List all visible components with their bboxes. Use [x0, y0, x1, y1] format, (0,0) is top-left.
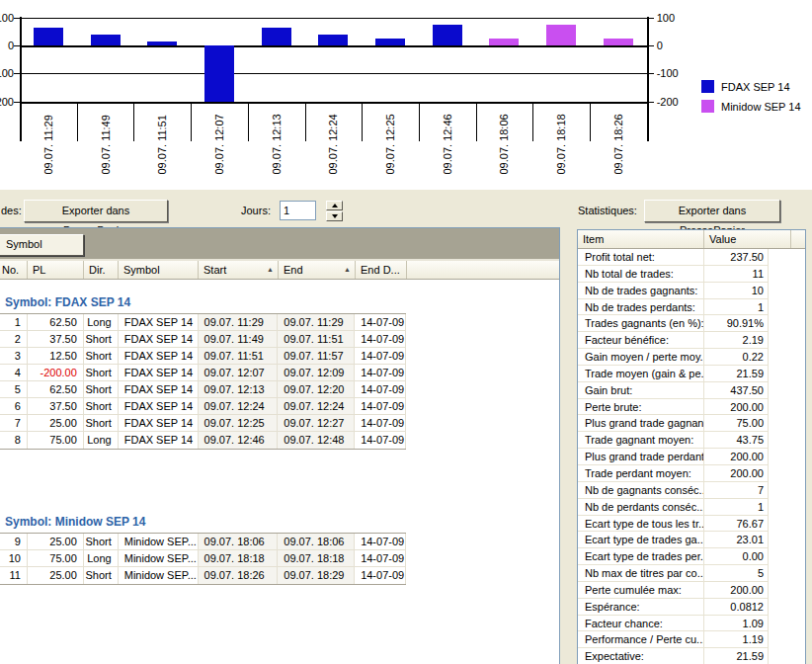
stats-item-value: 200.00 — [704, 449, 769, 465]
table-cell: FDAX SEP 14 — [119, 381, 199, 397]
table-cell: 09.07. 11:29 — [278, 314, 355, 330]
column-header-endd[interactable]: End D... — [356, 261, 407, 279]
stats-column-item[interactable]: Item — [578, 230, 704, 248]
table-cell: FDAX SEP 14 — [119, 331, 199, 347]
stats-item-label: Espérance: — [578, 599, 704, 616]
stats-header-row: Item Value — [578, 230, 805, 249]
column-header-row: No.PLDir.SymbolStart▲End▲End D... — [0, 261, 559, 280]
stats-row-filler — [769, 366, 805, 382]
x-tick-label: 09.07. 12:07 — [213, 106, 226, 175]
chart-bar — [204, 45, 234, 102]
column-header-pl[interactable]: PL — [28, 261, 84, 279]
table-cell: 09.07. 18:18 — [199, 550, 279, 566]
table-row[interactable]: 1125.00ShortMinidow SEP...09.07. 18:2609… — [0, 567, 406, 584]
category-divider — [77, 103, 78, 141]
stats-item-label: Nb de perdants conséc... — [578, 499, 704, 516]
jours-spin-down-button[interactable] — [326, 211, 343, 221]
table-row[interactable]: 562.50ShortFDAX SEP 1409.07. 12:1309.07.… — [0, 381, 406, 398]
category-divider — [419, 103, 420, 141]
stats-item-label: Facteur bénéfice: — [578, 332, 704, 349]
group-by-symbol-button[interactable]: Symbol — [0, 234, 84, 256]
export-stats-button[interactable]: Exporter dans PressePapier — [644, 200, 780, 222]
table-cell: 14-07-09 — [355, 314, 406, 330]
chart-plot: 10010000-100-100-200-20009.07. 11:2909.0… — [0, 0, 812, 190]
column-header-dir[interactable]: Dir. — [84, 261, 119, 279]
stats-rows-area: Profit total net:237.50Nb total de trade… — [578, 249, 805, 664]
gridline — [20, 18, 647, 19]
stats-column-value[interactable]: Value — [704, 230, 791, 248]
table-cell: 14-07-09 — [355, 432, 406, 449]
trades-grid-panel: Symbol No.PLDir.SymbolStart▲End▲End D...… — [0, 227, 560, 664]
table-cell: Short — [84, 348, 119, 364]
table-row[interactable]: 237.50ShortFDAX SEP 1409.07. 11:4909.07.… — [0, 331, 406, 348]
table-row[interactable]: 875.00LongFDAX SEP 1409.07. 12:4609.07. … — [0, 432, 406, 449]
table-cell: 10 — [0, 550, 28, 566]
chart-bar — [147, 42, 177, 45]
table-cell: 09.07. 12:09 — [278, 365, 355, 380]
table-cell: 75.00 — [28, 550, 84, 566]
table-cell: 14-07-09 — [355, 415, 406, 431]
table-row[interactable]: 725.00ShortFDAX SEP 1409.07. 12:2509.07.… — [0, 415, 406, 432]
gridline — [20, 73, 647, 74]
stats-row-filler — [769, 582, 805, 599]
table-row[interactable]: 925.00ShortMinidow SEP...09.07. 18:0609.… — [0, 534, 406, 550]
statistics-panel: Item Value Profit total net:237.50Nb tot… — [577, 229, 806, 664]
stats-item-label: Ecart type de trades per... — [578, 548, 704, 565]
stats-row: Nb max de titres par co...5 — [578, 565, 805, 582]
arrow-down-icon — [332, 214, 338, 218]
stats-item-value: 23.01 — [704, 532, 769, 548]
stats-item-value: 5 — [704, 565, 769, 582]
category-divider — [248, 103, 249, 141]
column-header-no[interactable]: No. — [0, 261, 28, 279]
column-header-symbol[interactable]: Symbol — [119, 261, 199, 279]
stats-item-label: Trade moyen (gain & pe... — [578, 366, 704, 382]
stats-row-filler — [769, 349, 805, 366]
gridline — [20, 45, 647, 47]
stats-row: Gain brut:437.50 — [578, 382, 805, 399]
y-axis-line — [20, 17, 22, 141]
x-tick-label: 09.07. 12:46 — [442, 106, 454, 175]
stats-item-value: 0.22 — [704, 349, 769, 366]
column-header-end[interactable]: End▲ — [279, 261, 356, 279]
stats-item-label: Nb de trades gagnants: — [578, 283, 704, 299]
stats-item-label: Plus grand trade perdant: — [578, 449, 704, 465]
stats-row: Plus grand trade gagnant:75.00 — [578, 415, 805, 432]
table-row[interactable]: 312.50ShortFDAX SEP 1409.07. 11:5109.07.… — [0, 348, 406, 365]
stats-row: Nb de trades gagnants:10 — [578, 283, 805, 299]
table-cell: 09.07. 12:13 — [199, 381, 279, 397]
stats-row: Nb de gagnants conséc...7 — [578, 482, 805, 499]
table-cell: 09.07. 18:06 — [278, 534, 355, 549]
export-trades-button[interactable]: Exporter dans PressePapier — [24, 200, 168, 222]
stats-row: Ecart type de trades per...0.00 — [578, 548, 805, 565]
column-header-start[interactable]: Start▲ — [199, 261, 279, 279]
arrow-up-icon — [332, 204, 338, 208]
stats-item-value: 237.50 — [704, 249, 769, 266]
table-cell: 14-07-09 — [355, 331, 406, 347]
jours-spin-up-button[interactable] — [326, 201, 343, 210]
stats-row-filler — [769, 648, 805, 664]
stats-column-filler — [791, 230, 805, 248]
jours-input[interactable] — [280, 201, 316, 220]
table-cell: Minidow SEP... — [119, 567, 199, 584]
table-cell: 09.07. 12:24 — [199, 398, 279, 414]
table-cell: 09.07. 18:06 — [199, 534, 279, 549]
stats-row-filler — [769, 266, 805, 283]
legend-label: FDAX SEP 14 — [721, 81, 790, 93]
stats-row-filler — [769, 599, 805, 616]
stats-item-value: 1.09 — [704, 616, 769, 632]
table-row[interactable]: 637.50ShortFDAX SEP 1409.07. 12:2409.07.… — [0, 398, 406, 415]
legend-item-fdax: FDAX SEP 14 — [701, 80, 801, 93]
stats-row-filler — [769, 532, 805, 548]
table-cell: FDAX SEP 14 — [119, 365, 199, 380]
table-row[interactable]: 1075.00LongMinidow SEP...09.07. 18:1809.… — [0, 550, 406, 567]
statistiques-label: Statistiques: — [578, 204, 637, 217]
stats-item-value: 1 — [704, 499, 769, 516]
group-by-band[interactable]: Symbol — [0, 228, 559, 261]
table-row[interactable]: 162.50LongFDAX SEP 1409.07. 11:2909.07. … — [0, 314, 406, 331]
stats-row-filler — [769, 299, 805, 316]
toolbar: des: Exporter dans PressePapier Jours: S… — [0, 190, 812, 227]
x-tick-label: 09.07. 12:13 — [271, 106, 284, 175]
table-row[interactable]: 4-200.00ShortFDAX SEP 1409.07. 12:0709.0… — [0, 365, 406, 381]
category-divider — [362, 103, 363, 141]
stats-row: Espérance:0.0812 — [578, 599, 805, 616]
